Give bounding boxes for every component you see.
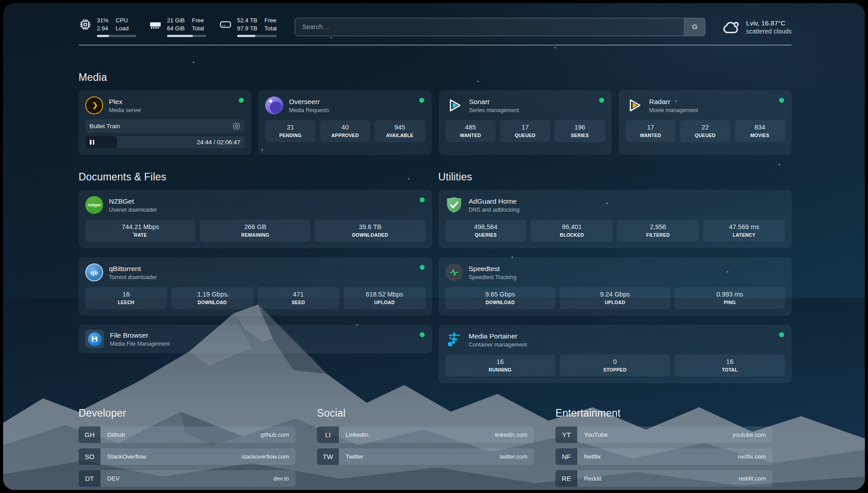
stat-seed: 471 SEED bbox=[258, 287, 339, 309]
memory-free-label: Free bbox=[192, 17, 204, 25]
playback-time: 24:44 / 02:06:47 bbox=[197, 139, 241, 146]
stat-download: 9.65 Gbps DOWNLOAD bbox=[445, 287, 555, 309]
service-card-sonarr[interactable]: Sonarr Series management 485 WANTED 17 Q… bbox=[439, 90, 612, 155]
stat-wanted: 17 WANTED bbox=[626, 120, 676, 142]
cpu-usage-value: 31% bbox=[97, 17, 108, 25]
cpu-usage-label: CPU bbox=[116, 17, 129, 25]
stat-queued: 22 QUEUED bbox=[680, 120, 730, 142]
pause-icon bbox=[90, 140, 94, 145]
cpu-icon bbox=[79, 18, 92, 31]
service-description: DNS and adblocking bbox=[469, 207, 520, 213]
service-name: NZBGet bbox=[109, 197, 157, 205]
service-card-filebrowser[interactable]: File Browser Media File Management bbox=[79, 325, 432, 353]
cpu-load-value: 2.94 bbox=[97, 25, 108, 33]
bookmark-name: Reddit bbox=[577, 475, 601, 482]
bookmark-domain: youtube.com bbox=[733, 431, 772, 438]
now-playing-title: Bullet Train bbox=[90, 123, 120, 130]
status-online-dot bbox=[419, 98, 424, 103]
bookmark-abbr: GH bbox=[79, 426, 100, 443]
memory-total-label: Total bbox=[192, 25, 204, 33]
memory-total-value: 64 GiB bbox=[167, 25, 185, 33]
disk-free-label: Free bbox=[264, 17, 276, 25]
service-card-portainer[interactable]: Media Portainer Container management 16 … bbox=[438, 325, 792, 383]
memory-widget: 21 GiB 64 GiB Free Total bbox=[149, 17, 206, 37]
stat-filtered: 2,956 FILTERED bbox=[617, 220, 699, 242]
dashboard-screen: 31% 2.94 CPU Load bbox=[3, 3, 865, 490]
service-card-nzbget[interactable]: nzbget NZBGet Usenet downloader 744.21 M… bbox=[79, 190, 432, 248]
stat-movies: 834 MOVIES bbox=[735, 120, 785, 142]
bookmark-row-reddit[interactable]: RE Reddit reddit.com bbox=[555, 470, 772, 487]
section-utilities: Utilities AdGuard Home DNS and adblockin… bbox=[438, 171, 792, 383]
weather-widget[interactable]: Lviv, 16.87°C scattered clouds bbox=[722, 19, 792, 35]
search-provider-button[interactable]: G bbox=[684, 18, 705, 36]
stat-ping: 0.993 ms PING bbox=[675, 287, 785, 309]
stat-latency: 47.569 ms LATENCY bbox=[703, 220, 785, 242]
bookmark-row-linkedin[interactable]: LI LinkedIn linkedin.com bbox=[317, 426, 534, 443]
bookmark-abbr: NF bbox=[555, 448, 577, 465]
status-online-dot bbox=[420, 332, 425, 337]
service-card-qbittorrent[interactable]: qb qBittorrent Torrent downloader 16 LEE… bbox=[79, 257, 432, 316]
bookmark-row-youtube[interactable]: YT YouTube youtube.com bbox=[555, 426, 772, 443]
service-name: Media Portainer bbox=[469, 332, 527, 340]
bookmark-abbr: LI bbox=[317, 426, 339, 443]
service-description: Torrent downloader bbox=[109, 274, 157, 280]
stat-downloaded: 39.6 TB DOWNLOADED bbox=[315, 220, 425, 242]
stat-available: 945 AVAILABLE bbox=[375, 120, 425, 142]
service-card-plex[interactable]: Plex Media server Bullet Train bbox=[79, 90, 251, 155]
status-online-dot bbox=[420, 197, 425, 202]
stat-stopped: 0 STOPPED bbox=[560, 355, 670, 376]
service-card-adguard[interactable]: AdGuard Home DNS and adblocking 498,564 … bbox=[438, 190, 792, 248]
media-session-icon bbox=[233, 122, 240, 130]
section-title-entertainment: Entertainment bbox=[555, 407, 772, 419]
search-bar: G bbox=[295, 18, 705, 36]
disk-progress-fill bbox=[237, 35, 255, 37]
stat-rate: 744.21 Mbps RATE bbox=[85, 220, 196, 242]
bookmark-domain: dev.to bbox=[274, 475, 296, 482]
service-description: Usenet downloader bbox=[109, 207, 157, 213]
disk-widget: 52.4 TB 97.9 TB Free Total bbox=[219, 17, 277, 37]
stat-approved: 40 APPROVED bbox=[320, 120, 370, 142]
bookmark-domain: netflix.com bbox=[738, 453, 772, 460]
memory-progress-fill bbox=[167, 35, 193, 37]
bookmark-abbr: DT bbox=[79, 470, 100, 487]
service-name: Speedtest bbox=[469, 265, 517, 273]
adguard-icon bbox=[445, 196, 463, 214]
disk-total-value: 97.9 TB bbox=[237, 25, 257, 33]
cpu-progress-fill bbox=[97, 35, 109, 37]
bookmark-row-dev[interactable]: DT DEV dev.to bbox=[79, 470, 296, 487]
memory-icon bbox=[149, 18, 162, 31]
service-description: Series management bbox=[469, 107, 519, 113]
bookmark-row-stackoverflow[interactable]: SO StackOverflow stackoverflow.com bbox=[79, 448, 296, 465]
stat-pending: 21 PENDING bbox=[265, 120, 315, 142]
bookmark-row-netflix[interactable]: NF Netflix netflix.com bbox=[555, 448, 772, 465]
stat-total: 16 TOTAL bbox=[675, 355, 785, 376]
bookmark-name: Github bbox=[100, 431, 125, 438]
bookmark-name: DEV bbox=[100, 475, 120, 482]
bookmark-group-entertainment: Entertainment YT YouTube youtube.com NF … bbox=[555, 407, 772, 490]
speedtest-icon bbox=[445, 263, 463, 281]
stat-queued: 17 QUEUED bbox=[500, 120, 550, 142]
service-description: Container management bbox=[469, 342, 527, 348]
bookmark-name: StackOverflow bbox=[100, 453, 146, 460]
search-input[interactable] bbox=[295, 18, 684, 36]
bookmark-domain: reddit.com bbox=[739, 475, 772, 482]
stat-remaining: 266 GB REMAINING bbox=[200, 220, 310, 242]
memory-free-value: 21 GiB bbox=[167, 17, 185, 25]
bookmark-abbr: RE bbox=[555, 470, 577, 487]
portainer-icon bbox=[445, 331, 463, 349]
bookmark-row-twitter[interactable]: TW Twitter twitter.com bbox=[317, 448, 534, 465]
cpu-widget: 31% 2.94 CPU Load bbox=[79, 17, 136, 37]
now-playing-row: Bullet Train bbox=[85, 119, 245, 133]
bookmark-row-github[interactable]: GH Github github.com bbox=[79, 426, 296, 443]
service-card-speedtest[interactable]: Speedtest Speedtest Tracking 9.65 Gbps D… bbox=[438, 257, 792, 316]
cpu-progress-bar bbox=[97, 35, 136, 37]
bookmark-name: YouTube bbox=[577, 431, 608, 438]
top-bar: 31% 2.94 CPU Load bbox=[79, 17, 792, 37]
service-name: AdGuard Home bbox=[469, 197, 520, 205]
service-name: Overseerr bbox=[289, 98, 329, 106]
service-card-radarr[interactable]: Radarr Movie management 17 WANTED 22 QUE… bbox=[619, 90, 792, 155]
stat-series: 196 SERIES bbox=[555, 120, 605, 142]
service-description: Media File Management bbox=[110, 341, 170, 347]
service-card-overseerr[interactable]: Overseerr Media Requests 21 PENDING 40 A… bbox=[259, 90, 431, 155]
weather-condition: scattered clouds bbox=[746, 28, 792, 35]
